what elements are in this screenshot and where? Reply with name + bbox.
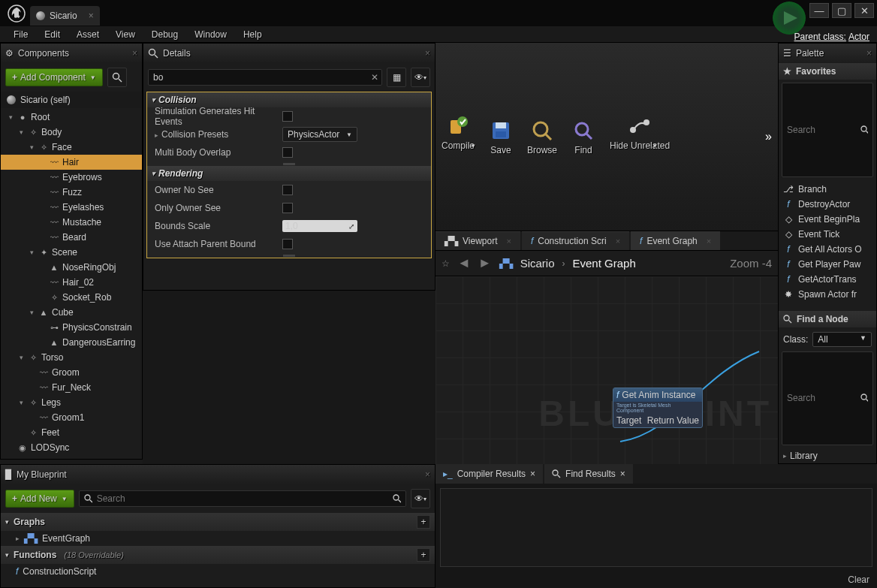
library-tree-item[interactable]: ▸ Library [779,448,876,463]
component-hair[interactable]: 〰Hair [1,155,142,170]
checkbox[interactable] [282,239,293,249]
component-noseringobj[interactable]: ▲NoseRingObj [1,260,142,275]
self-component-row[interactable]: Sicario (self) [1,92,142,108]
component-legs[interactable]: ▾✧Legs [1,395,142,410]
close-icon[interactable]: × [707,237,711,246]
component-hair_02[interactable]: 〰Hair_02 [1,275,142,290]
view-options-button[interactable]: 👁▾ [411,489,430,508]
functions-category[interactable]: ▾ Functions (18 Overridable) + [1,546,435,564]
checkbox[interactable] [282,147,293,158]
tab-viewport[interactable]: ▞▚Viewport× [435,231,520,250]
add-function-button[interactable]: + [417,548,430,562]
component-physicsconstrain[interactable]: ⊶PhysicsConstrain [1,320,142,335]
close-icon[interactable]: × [132,48,137,59]
add-graph-button[interactable]: + [417,515,430,529]
expand-arrow-icon[interactable]: ▾ [28,249,35,256]
expand-arrow-icon[interactable]: ▾ [17,399,25,406]
parent-class-link[interactable]: Actor [848,32,869,42]
breadcrumb-leaf[interactable]: Event Graph [573,257,636,270]
menu-file[interactable]: File [6,28,35,41]
component-lodsync[interactable]: ◉LODSync [1,440,142,455]
browse-button[interactable]: Browse [527,118,557,155]
menu-window[interactable]: Window [187,28,234,41]
number-input[interactable]: 1,0⤢ [282,220,357,232]
component-feet[interactable]: ✧Feet [1,425,142,440]
my-blueprint-search-input[interactable] [79,490,406,507]
component-fuzz[interactable]: 〰Fuzz [1,185,142,200]
nav-forward-button[interactable]: ► [478,255,492,271]
close-icon[interactable]: × [506,237,511,246]
component-torso[interactable]: ▾✧Torso [1,350,142,365]
checkbox[interactable] [282,111,293,122]
close-icon[interactable]: × [89,11,94,21]
combo-box[interactable]: PhysicsActor▼ [282,127,357,142]
add-new-button[interactable]: + Add New ▼ [5,490,74,508]
chevron-down-icon[interactable]: ▾ [653,142,657,149]
clear-button[interactable]: Clear [435,571,877,588]
menu-edit[interactable]: Edit [37,28,68,41]
menu-debug[interactable]: Debug [144,28,185,41]
close-icon[interactable]: × [425,48,430,59]
component-groom1[interactable]: 〰Groom1 [1,410,142,425]
construction-script-item[interactable]: f ConstructionScript [1,564,435,579]
find-button[interactable]: Find [571,118,596,155]
maximize-button[interactable]: ▢ [832,3,851,18]
component-fur_neck[interactable]: 〰Fur_Neck [1,380,142,395]
palette-item-get-player-paw[interactable]: fGet Player Paw [779,257,876,272]
event-graph-canvas[interactable]: BLUEPRINT fGet Anim Instance Target is S… [435,276,778,464]
palette-item-destroyactor[interactable]: fDestroyActor [779,197,876,212]
component-eyebrows[interactable]: 〰Eyebrows [1,170,142,185]
view-options-button[interactable]: 👁▾ [411,68,430,87]
find-results-tab[interactable]: Find Results × [544,464,633,484]
palette-item-get-all-actors-o[interactable]: fGet All Actors O [779,242,876,257]
close-icon[interactable]: × [620,469,625,479]
component-socket_rob[interactable]: ✧Socket_Rob [1,290,142,305]
overflow-chevrons-icon[interactable]: » [765,130,772,143]
component-mustache[interactable]: 〰Mustache [1,215,142,230]
node-search-input[interactable] [782,351,873,446]
tab-event-graph[interactable]: fEvent Graph× [631,231,720,250]
close-icon[interactable]: × [616,237,620,246]
compiler-results-tab[interactable]: ▸_ Compiler Results × [435,464,543,484]
nav-back-button[interactable]: ◄ [457,255,471,271]
component-groom[interactable]: 〰Groom [1,365,142,380]
expand-arrow-icon[interactable]: ▾ [28,309,35,316]
close-icon[interactable]: × [530,469,535,479]
close-button[interactable]: ✕ [854,3,874,18]
menu-view[interactable]: View [108,28,143,41]
palette-item-spawn-actor-fr[interactable]: ✸Spawn Actor fr [779,287,876,302]
details-search-input[interactable]: ✕ [148,69,382,86]
advanced-expand-icon[interactable] [147,253,431,258]
document-tab[interactable]: Sicario × [30,6,100,26]
component-dangerousearring[interactable]: ▲DangerousEarring [1,335,142,350]
find-node-section-header[interactable]: Find a Node [779,311,876,327]
grid-icon[interactable]: ▞▚ [499,258,513,269]
checkbox[interactable] [282,203,293,213]
compile-button[interactable]: Compile▾ [442,113,475,160]
tab-construction-scri[interactable]: fConstruction Scri× [522,231,629,250]
property-matrix-button[interactable]: ▦ [387,68,406,87]
component-cube[interactable]: ▾▲Cube [1,305,142,320]
compile-status-orb-icon[interactable] [773,2,806,35]
add-component-button[interactable]: + Add Component ▼ [5,68,103,86]
category-collision[interactable]: ▾Collision [147,92,431,107]
hide-unrelated-button[interactable]: Hide Unrelated▾ [610,113,670,160]
menu-help[interactable]: Help [236,28,270,41]
close-icon[interactable]: × [425,469,430,480]
category-rendering[interactable]: ▾Rendering [147,166,431,181]
palette-search-input[interactable] [782,83,873,177]
component-beard[interactable]: 〰Beard [1,230,142,245]
expand-arrow-icon[interactable]: ▾ [17,128,25,136]
search-components-button[interactable] [107,68,127,87]
expand-arrow-icon[interactable]: ▾ [28,143,35,151]
close-icon[interactable]: × [866,48,872,59]
component-face[interactable]: ▾✧Face [1,140,142,155]
component-body[interactable]: ▾✧Body [1,125,142,140]
expand-arrow-icon[interactable]: ▾ [7,113,14,121]
component-eyelashes[interactable]: 〰Eyelashes [1,200,142,215]
palette-item-event-beginpla[interactable]: ◇Event BeginPla [779,212,876,227]
save-button[interactable]: Save [488,118,514,155]
checkbox[interactable] [282,185,293,195]
menu-asset[interactable]: Asset [69,28,107,41]
breadcrumb-root[interactable]: Sicario [520,257,555,270]
